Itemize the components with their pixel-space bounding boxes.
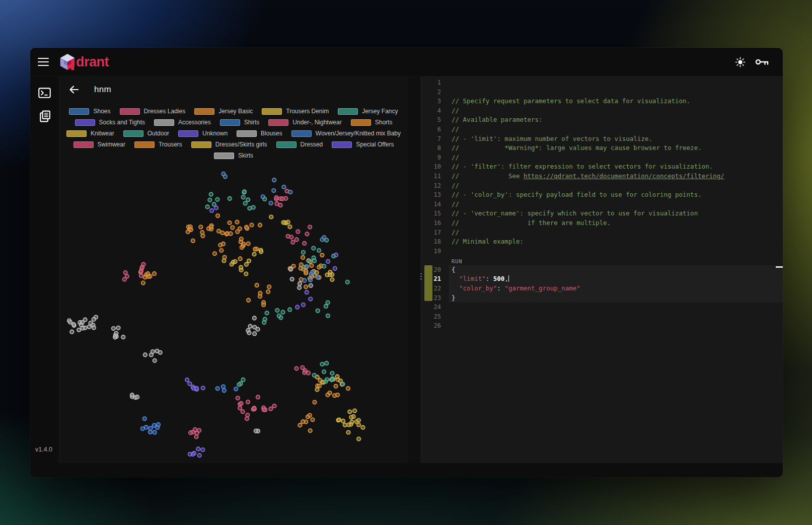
hamburger-menu-button[interactable] bbox=[38, 58, 49, 66]
scatter-point[interactable] bbox=[199, 225, 203, 229]
scatter-point[interactable] bbox=[252, 252, 256, 256]
scatter-point[interactable] bbox=[326, 314, 330, 318]
scatter-point[interactable] bbox=[336, 393, 340, 397]
scatter-point[interactable] bbox=[259, 250, 263, 254]
scatter-point[interactable] bbox=[246, 400, 250, 404]
scatter-point[interactable] bbox=[247, 298, 251, 303]
scatter-point[interactable] bbox=[153, 430, 157, 434]
scatter-point[interactable] bbox=[222, 389, 226, 393]
scatter-point[interactable] bbox=[322, 370, 326, 374]
scatter-point[interactable] bbox=[194, 435, 198, 439]
scatter-point[interactable] bbox=[298, 282, 302, 286]
editor-line[interactable]: 5// Available parameters: bbox=[420, 115, 783, 125]
theme-toggle-button[interactable] bbox=[734, 56, 746, 68]
scatter-point[interactable] bbox=[201, 448, 205, 452]
scatter-point[interactable] bbox=[153, 359, 157, 363]
scatter-point[interactable] bbox=[298, 423, 302, 427]
scatter-point[interactable] bbox=[114, 331, 118, 335]
scatter-point[interactable] bbox=[189, 228, 193, 232]
scatter-point[interactable] bbox=[157, 423, 161, 427]
editor-line[interactable]: 20{ bbox=[420, 265, 783, 275]
scatter-point[interactable] bbox=[188, 453, 192, 457]
scatter-point[interactable] bbox=[296, 305, 300, 309]
qdrant-logo[interactable]: drant bbox=[59, 53, 109, 71]
scatter-point[interactable] bbox=[266, 290, 270, 294]
scatter-point[interactable] bbox=[310, 264, 314, 268]
scatter-point[interactable] bbox=[77, 328, 81, 332]
scatter-point[interactable] bbox=[112, 327, 116, 331]
editor-line[interactable]: 9// bbox=[420, 153, 783, 163]
editor-line[interactable]: 13// - 'color_by': specify payload field… bbox=[420, 190, 783, 200]
scatter-point[interactable] bbox=[295, 238, 299, 242]
scatter-point[interactable] bbox=[217, 229, 221, 233]
scatter-point[interactable] bbox=[222, 385, 226, 389]
editor-line[interactable]: 19 bbox=[420, 247, 783, 256]
scatter-point[interactable] bbox=[248, 324, 252, 328]
scatter-point[interactable] bbox=[267, 285, 271, 289]
scatter-point[interactable] bbox=[312, 246, 316, 250]
legend-item[interactable]: Socks and Tights bbox=[75, 119, 145, 126]
editor-line[interactable]: 1 bbox=[420, 78, 783, 88]
scatter-point[interactable] bbox=[222, 259, 226, 263]
scatter-point[interactable] bbox=[353, 409, 357, 413]
scatter-point[interactable] bbox=[239, 265, 243, 269]
scatter-point[interactable] bbox=[275, 202, 279, 206]
scatter-point[interactable] bbox=[238, 406, 242, 410]
scatter-point[interactable] bbox=[285, 189, 289, 193]
scatter-point[interactable] bbox=[201, 234, 205, 238]
editor-line[interactable]: 18// Minimal example: bbox=[420, 237, 783, 247]
scatter-point[interactable] bbox=[316, 275, 320, 279]
scatter-point[interactable] bbox=[251, 205, 255, 209]
scatter-point[interactable] bbox=[241, 410, 245, 414]
scatter-point[interactable] bbox=[209, 192, 213, 196]
scatter-point[interactable] bbox=[250, 223, 254, 227]
editor-line[interactable]: 10// - 'filter': filter expression to se… bbox=[420, 162, 783, 172]
editor-line[interactable]: 25 bbox=[420, 312, 783, 322]
scatter-point[interactable] bbox=[195, 387, 199, 391]
scatter-point[interactable] bbox=[239, 402, 243, 406]
scatter-point[interactable] bbox=[262, 321, 266, 325]
run-row[interactable]: RUN bbox=[420, 256, 783, 265]
scatter-point[interactable] bbox=[302, 303, 306, 307]
scatter-point[interactable] bbox=[308, 413, 312, 417]
scatter-point[interactable] bbox=[155, 349, 159, 353]
scatter-point[interactable] bbox=[289, 235, 293, 239]
scatter-point[interactable] bbox=[240, 237, 244, 241]
scatter-point[interactable] bbox=[246, 413, 250, 417]
scatter-point[interactable] bbox=[317, 249, 321, 253]
scatter-point[interactable] bbox=[337, 418, 341, 422]
editor-line[interactable]: 8// *Warning*: large values may cause br… bbox=[420, 143, 783, 153]
legend-item[interactable]: Under-, Nightwear bbox=[268, 119, 341, 126]
scatter-point[interactable] bbox=[326, 301, 330, 305]
drag-handle-icon[interactable]: ⋮ bbox=[417, 273, 425, 280]
api-key-button[interactable] bbox=[755, 58, 769, 66]
scatter-point[interactable] bbox=[303, 370, 307, 374]
scatter-point[interactable] bbox=[265, 311, 269, 315]
sidebar-item-collections[interactable] bbox=[39, 110, 51, 122]
scatter-point[interactable] bbox=[235, 220, 239, 224]
scatter-point[interactable] bbox=[277, 314, 281, 318]
scatter-point[interactable] bbox=[255, 283, 259, 287]
scatter-point[interactable] bbox=[245, 226, 249, 230]
scatter-point[interactable] bbox=[334, 384, 338, 388]
legend-item[interactable]: Shirts bbox=[220, 119, 260, 126]
editor-line[interactable]: 15// - 'vector_name': specify which vect… bbox=[420, 209, 783, 218]
scatter-point[interactable] bbox=[258, 291, 262, 295]
scatter-point[interactable] bbox=[320, 253, 324, 257]
scatter-point[interactable] bbox=[303, 278, 307, 282]
scatter-point[interactable] bbox=[72, 323, 76, 327]
legend-item[interactable]: Trousers bbox=[134, 141, 182, 148]
scatter-point[interactable] bbox=[330, 371, 334, 376]
scatter-point[interactable] bbox=[347, 423, 351, 427]
scatter-point[interactable] bbox=[92, 326, 96, 330]
scatter-point[interactable] bbox=[222, 242, 226, 246]
scatter-point[interactable] bbox=[326, 393, 330, 397]
scatter-point[interactable] bbox=[214, 206, 218, 210]
editor-line[interactable]: 23} bbox=[420, 293, 783, 303]
scatter-point[interactable] bbox=[153, 272, 157, 276]
scatter-point[interactable] bbox=[262, 408, 266, 412]
scatter-point[interactable] bbox=[262, 303, 266, 307]
back-button[interactable] bbox=[68, 84, 80, 96]
legend-item[interactable]: Swimwear bbox=[73, 141, 125, 148]
scatter-point[interactable] bbox=[280, 197, 284, 201]
